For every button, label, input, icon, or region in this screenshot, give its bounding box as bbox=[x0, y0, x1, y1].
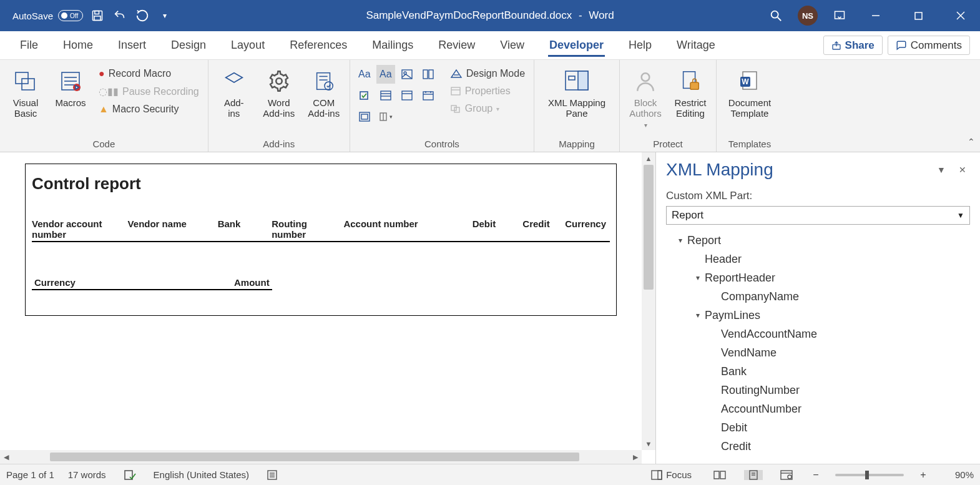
tree-node[interactable]: ▾ReportHeader bbox=[666, 268, 970, 287]
focus-mode-button[interactable]: Focus bbox=[647, 469, 695, 480]
share-button[interactable]: Share bbox=[823, 36, 883, 55]
record-macro-button[interactable]: ●Record Macro bbox=[96, 67, 202, 80]
tree-twisty-icon[interactable]: ▾ bbox=[693, 273, 702, 282]
tab-view[interactable]: View bbox=[488, 31, 537, 59]
tree-node[interactable]: ▾PaymLines bbox=[666, 306, 970, 325]
zoom-level[interactable]: 90% bbox=[943, 469, 974, 480]
tree-node[interactable]: ▾Report bbox=[666, 231, 970, 250]
visual-basic-button[interactable]: Visual Basic bbox=[5, 65, 46, 122]
plain-text-control-icon[interactable]: Aa bbox=[376, 65, 395, 84]
tab-review[interactable]: Review bbox=[426, 31, 488, 59]
checkbox-control-icon[interactable] bbox=[355, 86, 374, 105]
close-button[interactable] bbox=[946, 6, 975, 25]
addins-button[interactable]: Add- ins bbox=[213, 65, 255, 122]
tab-file[interactable]: File bbox=[7, 31, 51, 59]
scroll-down-icon[interactable]: ▼ bbox=[642, 438, 655, 450]
document-page[interactable]: Control report Vendor account number Ven… bbox=[25, 164, 617, 316]
custom-xml-part-select[interactable]: Report ▼ bbox=[666, 206, 970, 225]
building-block-control-icon[interactable] bbox=[419, 65, 438, 84]
collapse-ribbon-icon[interactable]: ⌃ bbox=[968, 137, 975, 147]
avatar[interactable]: NS bbox=[798, 6, 818, 26]
qat-dropdown-icon[interactable]: ▾ bbox=[157, 7, 173, 24]
doc-heading: Control report bbox=[32, 172, 610, 218]
tree-node-label: VendName bbox=[721, 346, 777, 360]
word-addins-button[interactable]: Word Add-ins bbox=[258, 65, 300, 122]
legacy-tools-icon[interactable]: ▾ bbox=[376, 107, 395, 126]
tree-node[interactable]: RoutingNumber bbox=[666, 381, 970, 399]
group-controls-label: Controls bbox=[355, 136, 529, 150]
group-controls: Aa Aa ▾ Design Mode Properties Group▾ Co… bbox=[350, 60, 534, 152]
picture-control-icon[interactable] bbox=[398, 65, 416, 84]
repeating-section-control-icon[interactable] bbox=[355, 107, 374, 126]
tree-node[interactable]: VendName bbox=[666, 343, 970, 362]
tree-node[interactable]: Credit bbox=[666, 437, 970, 456]
tab-insert[interactable]: Insert bbox=[105, 31, 159, 59]
scroll-up-icon[interactable]: ▲ bbox=[642, 152, 655, 165]
tab-help[interactable]: Help bbox=[616, 31, 664, 59]
document-area: Control report Vendor account number Ven… bbox=[0, 152, 655, 464]
pane-options-icon[interactable]: ▼ bbox=[934, 165, 949, 175]
maximize-button[interactable] bbox=[904, 6, 933, 25]
tree-node[interactable]: VendAccountName bbox=[666, 325, 970, 343]
tab-home[interactable]: Home bbox=[51, 31, 105, 59]
vertical-scrollbar[interactable]: ▲ ▼ bbox=[642, 152, 655, 450]
zoom-slider[interactable] bbox=[835, 474, 904, 476]
search-icon[interactable] bbox=[768, 7, 784, 24]
zoom-out-button[interactable]: − bbox=[810, 469, 821, 481]
vscroll-thumb[interactable] bbox=[644, 165, 654, 290]
tree-node[interactable]: Bank bbox=[666, 362, 970, 381]
web-layout-icon[interactable] bbox=[777, 470, 796, 480]
svg-rect-52 bbox=[569, 76, 575, 80]
group-addins: Add- ins Word Add-ins COM Add-ins Add-in… bbox=[208, 60, 350, 152]
print-layout-icon[interactable] bbox=[744, 470, 763, 480]
minimize-button[interactable] bbox=[861, 6, 890, 25]
macro-security-button[interactable]: ▲Macro Security bbox=[96, 103, 202, 115]
tab-writage[interactable]: Writage bbox=[664, 31, 728, 59]
tree-node[interactable]: Debit bbox=[666, 418, 970, 437]
xml-mapping-pane-button[interactable]: XML Mapping Pane bbox=[539, 65, 614, 122]
undo-icon[interactable] bbox=[112, 7, 128, 24]
tab-design[interactable]: Design bbox=[159, 31, 218, 59]
tab-developer[interactable]: Developer bbox=[537, 31, 616, 59]
status-language[interactable]: English (United States) bbox=[154, 469, 249, 480]
horizontal-scrollbar[interactable]: ◀ ▶ bbox=[0, 450, 642, 464]
restrict-editing-button[interactable]: Restrict Editing bbox=[670, 65, 711, 122]
scroll-right-icon[interactable]: ▶ bbox=[629, 453, 642, 461]
tree-node[interactable]: AccountNumber bbox=[666, 399, 970, 418]
save-icon[interactable] bbox=[89, 7, 105, 24]
scroll-left-icon[interactable]: ◀ bbox=[0, 453, 12, 461]
redo-icon[interactable] bbox=[134, 7, 150, 24]
tab-layout[interactable]: Layout bbox=[218, 31, 277, 59]
svg-marker-44 bbox=[451, 70, 461, 77]
tree-twisty-icon[interactable]: ▾ bbox=[676, 236, 685, 245]
col-routing: Routing number bbox=[272, 218, 343, 240]
block-authors-button[interactable]: Block Authors▾ bbox=[625, 65, 666, 131]
tab-references[interactable]: References bbox=[277, 31, 360, 59]
macros-status-icon[interactable] bbox=[263, 469, 283, 481]
status-page[interactable]: Page 1 of 1 bbox=[6, 469, 54, 480]
design-mode-button[interactable]: Design Mode bbox=[448, 67, 527, 80]
rich-text-control-icon[interactable]: Aa bbox=[355, 65, 374, 84]
read-mode-icon[interactable] bbox=[709, 470, 730, 480]
tab-mailings[interactable]: Mailings bbox=[360, 31, 426, 59]
tree-twisty-icon[interactable]: ▾ bbox=[693, 311, 702, 320]
tree-node[interactable]: CompanyName bbox=[666, 287, 970, 306]
svg-rect-41 bbox=[361, 114, 368, 119]
autosave-toggle[interactable]: AutoSave Off bbox=[5, 10, 83, 21]
spell-check-icon[interactable] bbox=[120, 469, 140, 481]
combo-box-control-icon[interactable] bbox=[376, 86, 395, 105]
document-template-button[interactable]: W Document Template bbox=[722, 65, 778, 122]
pane-close-icon[interactable]: ✕ bbox=[955, 165, 970, 175]
ribbon-display-icon[interactable] bbox=[831, 7, 848, 24]
macros-button[interactable]: Macros bbox=[50, 65, 91, 110]
hscroll-thumb[interactable] bbox=[50, 453, 579, 461]
tree-node-label: Credit bbox=[721, 440, 751, 453]
status-words[interactable]: 17 words bbox=[68, 469, 106, 480]
date-picker-control-icon[interactable] bbox=[419, 86, 438, 105]
comments-button[interactable]: Comments bbox=[888, 36, 970, 55]
dropdown-control-icon[interactable] bbox=[398, 86, 416, 105]
com-addins-button[interactable]: COM Add-ins bbox=[303, 65, 345, 122]
tree-node[interactable]: Header bbox=[666, 250, 970, 268]
block-authors-icon bbox=[632, 67, 659, 95]
zoom-in-button[interactable]: + bbox=[918, 469, 929, 481]
